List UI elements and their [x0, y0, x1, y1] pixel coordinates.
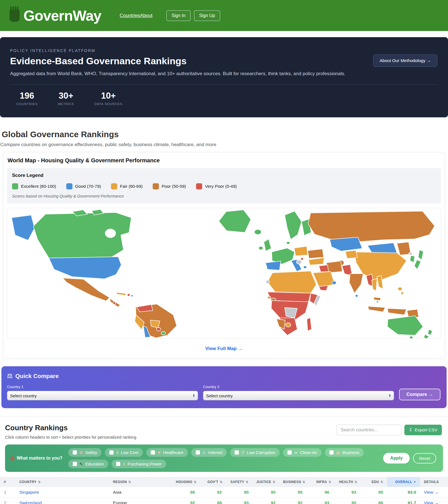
table-header-row: # COUNTRY⇅ REGION⇅ HOUSING⇅ GOV'T⇅ SAFET…	[0, 477, 448, 487]
col-country[interactable]: COUNTRY⇅	[15, 477, 109, 487]
logo: GovernWay	[10, 7, 101, 24]
country2-field: Country 2 Select country ▲▼	[203, 385, 394, 400]
sort-desc-icon: ▼	[414, 481, 416, 483]
business-score: 92	[280, 498, 306, 504]
justice-score: 92	[253, 498, 279, 504]
education-checkbox[interactable]	[73, 462, 77, 466]
country-link[interactable]: Switzerland	[19, 500, 42, 504]
housing-score: 88	[172, 487, 199, 497]
business-checkbox[interactable]	[329, 450, 334, 455]
legend-title: Score Legend	[12, 173, 436, 178]
page-subtitle: Compare countries on governance effectiv…	[0, 142, 446, 148]
scales-icon: ⚖	[7, 372, 13, 380]
quick-compare-controls: Country 1 Select country ▲▼ Country 2 Se…	[5, 385, 443, 400]
filter-pill-low-cost[interactable]: $ Low Cost	[105, 448, 143, 457]
select-arrows-icon: ▲▼	[389, 394, 391, 397]
business-score: 95	[280, 487, 306, 497]
nav-link-countries[interactable]: Countries	[120, 13, 140, 18]
hero-description: Aggregated data from World Bank, WHO, Tr…	[10, 71, 365, 77]
reset-button[interactable]: Reset	[413, 453, 436, 463]
legend-item-fair: Fair (60-69)	[111, 183, 143, 189]
country2-select[interactable]: Select country ▲▼	[203, 391, 394, 400]
col-overall[interactable]: OVERALL▼	[387, 477, 420, 487]
sort-icon: ⇅	[380, 480, 383, 484]
region-cell: Europe	[109, 498, 172, 504]
overall-score: 93.0	[387, 487, 420, 497]
col-justice[interactable]: JUSTICE⇅	[252, 477, 279, 487]
methodology-button[interactable]: About Our Methodology →	[373, 54, 437, 67]
country1-select[interactable]: Select country ▲▼	[7, 391, 198, 400]
search-input[interactable]	[336, 425, 402, 435]
fair-swatch	[111, 183, 117, 189]
view-details-link[interactable]: View →	[424, 500, 439, 504]
edu-score: 95	[360, 487, 387, 497]
view-details-link[interactable]: View →	[424, 490, 439, 495]
apply-button[interactable]: Apply	[383, 453, 409, 463]
country1-label: Country 1	[7, 385, 198, 389]
poor-swatch	[153, 183, 159, 189]
sort-icon: ⇅	[194, 480, 197, 484]
country2-label: Country 2	[203, 385, 394, 389]
hero-banner: POLICY INTELLIGENCE PLATFORM Evidence-Ba…	[0, 37, 448, 117]
very-poor-swatch	[196, 183, 202, 189]
filter-pill-business[interactable]: ▣ Business	[325, 448, 364, 457]
sort-icon: ⇅	[273, 480, 275, 484]
world-map[interactable]	[7, 208, 441, 339]
filter-pill-healthcare[interactable]: ✚ Healthcare	[146, 448, 188, 457]
clean-air-checkbox[interactable]	[287, 450, 292, 455]
sign-in-button[interactable]: Sign In	[166, 10, 190, 21]
hero-divider	[10, 84, 438, 85]
leaf-icon: ❧	[294, 450, 298, 455]
col-infra[interactable]: INFRA⇅	[309, 477, 335, 487]
auth-buttons: Sign In Sign Up	[166, 10, 220, 21]
health-score: 93	[333, 487, 360, 497]
stat-value: 30+	[59, 91, 74, 101]
col-region[interactable]: REGION⇅	[109, 477, 172, 487]
col-rank: #	[0, 477, 15, 487]
filter-pill-low-corruption[interactable]: Π Low Corruption	[230, 448, 280, 457]
low-cost-checkbox[interactable]	[109, 450, 114, 455]
rank-cell: 1	[0, 487, 15, 497]
filter-pill-safety[interactable]: ✪ Safety	[68, 448, 102, 457]
internet-checkbox[interactable]	[196, 450, 200, 455]
filter-pill-internet[interactable]: ⊕ Internet	[191, 448, 227, 457]
country-link[interactable]: Singapore	[19, 490, 39, 495]
sort-icon: ⇅	[355, 480, 357, 484]
country1-field: Country 1 Select country ▲▼	[7, 385, 198, 400]
safety-score: 93	[226, 498, 253, 504]
low-corruption-checkbox[interactable]	[235, 450, 239, 455]
sign-up-button[interactable]: Sign Up	[194, 10, 220, 21]
country-rankings-section: Country Rankings Click column headers to…	[0, 417, 448, 504]
col-health[interactable]: HEALTH⇅	[335, 477, 361, 487]
govt-score: 88	[199, 498, 226, 504]
col-edu[interactable]: EDU⇅	[361, 477, 387, 487]
safety-checkbox[interactable]	[73, 450, 77, 455]
col-safety[interactable]: SAFETY⇅	[226, 477, 252, 487]
money-bag-icon: $	[116, 450, 118, 455]
download-icon: ↧	[409, 427, 412, 432]
filter-label: ◎ What matters to you?	[10, 455, 63, 461]
filter-pill-purchasing-power[interactable]: ¤ Purchasing Power	[112, 460, 166, 468]
col-housing[interactable]: HOUSING⇅	[172, 477, 200, 487]
col-govt[interactable]: GOV'T⇅	[200, 477, 226, 487]
select-arrows-icon: ▲▼	[193, 394, 195, 397]
edu-score: 88	[360, 498, 387, 504]
good-swatch	[66, 183, 72, 189]
page-title: Global Governance Rankings	[2, 130, 446, 139]
view-full-map-link[interactable]: View Full Map →	[205, 346, 243, 351]
rankings-intro: Global Governance Rankings Compare count…	[0, 130, 448, 148]
col-business[interactable]: BUSINESS⇅	[279, 477, 309, 487]
healthcare-checkbox[interactable]	[151, 450, 155, 455]
quick-compare-section: ⚖ Quick Compare Country 1 Select country…	[1, 366, 447, 408]
target-icon: ◎	[10, 455, 15, 461]
filter-pill-clean-air[interactable]: ❧ Clean Air	[283, 448, 322, 457]
export-csv-button[interactable]: ↧ Export CSV	[404, 425, 442, 435]
graduation-cap-icon: ✎	[79, 462, 83, 466]
score-legend: Score Legend Excellent (80-100) Good (70…	[7, 168, 441, 203]
purchasing-power-checkbox[interactable]	[116, 462, 120, 466]
legend-item-excellent: Excellent (80-100)	[12, 183, 56, 189]
nav-link-about[interactable]: About	[140, 13, 152, 18]
world-map-card: World Map - Housing Quality & Government…	[3, 152, 445, 358]
compare-button[interactable]: Compare →	[399, 389, 440, 400]
filter-pill-education[interactable]: ✎ Education	[68, 460, 108, 468]
